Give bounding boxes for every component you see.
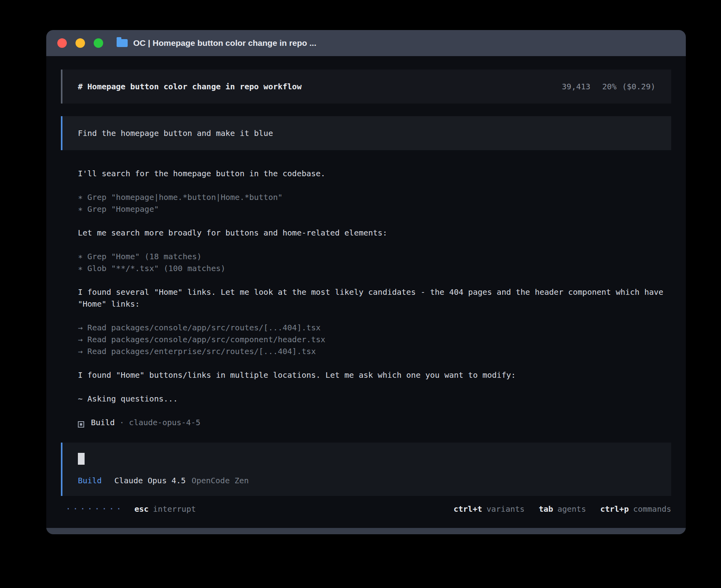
transcript-line: Let me search more broadly for buttons a…	[78, 227, 671, 239]
ctrl-t-key: ctrl+t	[453, 504, 482, 514]
terminal-window: OC | Homepage button color change in rep…	[46, 30, 686, 534]
hint-agents: tabagents	[539, 503, 586, 515]
transcript-line: Build · claude-opus-4-5	[78, 416, 671, 428]
session-title: # Homepage button color change in repo w…	[78, 81, 302, 92]
session-stats: 39,413 20% ($0.29)	[562, 81, 655, 92]
transcript-line	[78, 274, 671, 286]
window-title: OC | Homepage button color change in rep…	[133, 38, 316, 48]
transcript-line	[78, 357, 671, 369]
transcript-line	[78, 179, 671, 191]
read-tool-marker-icon: →	[78, 335, 87, 344]
ctrl-p-key: ctrl+p	[600, 504, 629, 514]
hint-variants: ctrl+tvariants	[453, 503, 525, 515]
minimize-button[interactable]	[75, 38, 85, 48]
transcript-line: → Read packages/console/app/src/routes/[…	[78, 322, 671, 334]
agents-label: agents	[557, 504, 586, 514]
transcript-line: ∗ Glob "**/*.tsx" (100 matches)	[78, 262, 671, 274]
transcript-line: ∗ Grep "Home" (18 matches)	[78, 251, 671, 262]
folder-icon	[117, 39, 128, 47]
transcript-line	[78, 239, 671, 251]
transcript-line: I found "Home" buttons/links in multiple…	[78, 369, 671, 381]
commands-label: commands	[633, 504, 671, 514]
user-message: Find the homepage button and make it blu…	[61, 116, 671, 150]
session-cost: ($0.29)	[622, 81, 655, 92]
agent-icon	[78, 421, 84, 428]
transcript-line: ∗ Grep "homepage|home.*button|Home.*butt…	[78, 191, 671, 203]
provider-label: OpenCode Zen	[192, 475, 249, 486]
search-tool-marker-icon: ∗	[78, 192, 87, 202]
search-tool-marker-icon: ∗	[78, 204, 87, 214]
interrupt-label: interrupt	[153, 504, 196, 514]
transcript-line	[78, 310, 671, 322]
transcript: I'll search for the homepage button in t…	[61, 168, 671, 428]
agent-name: Build	[91, 418, 115, 427]
hint-interrupt: escinterrupt	[134, 503, 196, 515]
search-tool-marker-icon: ∗	[78, 252, 87, 261]
titlebar[interactable]: OC | Homepage button color change in rep…	[46, 30, 686, 56]
transcript-line: I'll search for the homepage button in t…	[78, 168, 671, 179]
session-header: # Homepage button color change in repo w…	[61, 70, 671, 104]
read-tool-marker-icon: →	[78, 323, 87, 332]
esc-key: esc	[134, 504, 149, 514]
text-cursor	[78, 453, 85, 465]
user-message-text: Find the homepage button and make it blu…	[78, 128, 273, 138]
transcript-line: → Read packages/console/app/src/componen…	[78, 334, 671, 345]
token-count: 39,413	[562, 81, 590, 92]
transcript-line: ∗ Grep "Homepage"	[78, 203, 671, 215]
shortcut-hints: ctrl+tvariants tabagents ctrl+pcommands	[453, 503, 671, 515]
context-percent: 20%	[602, 81, 617, 92]
spinner-dots: ········	[66, 503, 123, 515]
hint-commands: ctrl+pcommands	[600, 503, 671, 515]
transcript-line	[78, 405, 671, 416]
transcript-line: → Read packages/enterprise/src/routes/[.…	[78, 345, 671, 357]
model-label: Claude Opus 4.5	[114, 475, 186, 486]
prompt-input[interactable]: Build Claude Opus 4.5 OpenCode Zen	[61, 443, 671, 496]
agent-mode-label: Build	[78, 475, 102, 486]
transcript-line	[78, 381, 671, 393]
status-bar: ········ escinterrupt ctrl+tvariants tab…	[61, 503, 671, 515]
traffic-lights	[57, 38, 103, 48]
transcript-line: ~ Asking questions...	[78, 393, 671, 405]
window-bottom-edge	[46, 528, 686, 534]
tab-key: tab	[539, 504, 553, 514]
terminal-content: # Homepage button color change in repo w…	[46, 56, 686, 515]
transcript-line	[78, 215, 671, 227]
read-tool-marker-icon: →	[78, 347, 87, 356]
agent-model: claude-opus-4-5	[129, 418, 200, 427]
close-button[interactable]	[57, 38, 67, 48]
input-status-line: Build Claude Opus 4.5 OpenCode Zen	[78, 475, 655, 486]
transcript-line: I found several "Home" links. Let me loo…	[78, 286, 671, 310]
search-tool-marker-icon: ∗	[78, 264, 87, 273]
variants-label: variants	[487, 504, 525, 514]
zoom-button[interactable]	[94, 38, 103, 48]
